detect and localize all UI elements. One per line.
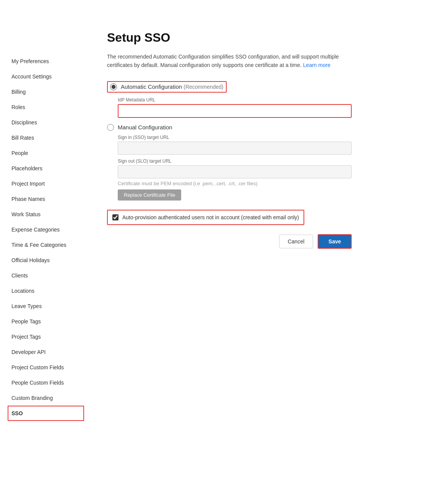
sidebar-item-official-holidays[interactable]: Official Holidays: [8, 253, 84, 268]
sidebar-item-time-fee-categories[interactable]: Time & Fee Categories: [8, 237, 84, 253]
cancel-button[interactable]: Cancel: [279, 235, 313, 248]
sidebar-item-leave-types[interactable]: Leave Types: [8, 298, 84, 314]
description-text: The recommended Automatic Configuration …: [107, 52, 344, 70]
sidebar-item-bill-rates[interactable]: Bill Rates: [8, 130, 84, 145]
auto-provision-label[interactable]: Auto-provision authenticated users not i…: [122, 214, 299, 220]
sidebar-item-project-import[interactable]: Project Import: [8, 176, 84, 191]
sign-in-input[interactable]: [118, 142, 352, 155]
sidebar-item-my-preferences[interactable]: My Preferences: [8, 54, 84, 69]
auto-config-radio[interactable]: [110, 83, 117, 90]
replace-cert-button[interactable]: Replace Certificate File: [118, 189, 181, 201]
auto-config-row: Automatic Configuration (Recommended): [107, 81, 227, 93]
sidebar-item-expense-categories[interactable]: Expense Categories: [8, 222, 84, 237]
page-title: Setup SSO: [107, 31, 412, 45]
sidebar-item-project-tags[interactable]: Project Tags: [8, 329, 84, 344]
idp-metadata-input[interactable]: [118, 104, 352, 118]
sidebar-item-locations[interactable]: Locations: [8, 283, 84, 298]
sidebar-item-disciplines[interactable]: Disciplines: [8, 115, 84, 130]
save-button[interactable]: Save: [318, 234, 352, 249]
idp-metadata-wrapper: [118, 104, 352, 118]
sidebar-item-people-tags[interactable]: People Tags: [8, 314, 84, 329]
sign-in-wrapper: [118, 142, 352, 155]
sidebar-item-people[interactable]: People: [8, 145, 84, 161]
sign-out-input[interactable]: [118, 165, 352, 178]
sign-out-label: Sign out (SLO) target URL: [118, 158, 352, 164]
sidebar-item-people-custom-fields[interactable]: People Custom Fields: [8, 375, 84, 390]
cert-note: Certificate must be PEM encoded (i.e .pe…: [118, 181, 352, 186]
sidebar: My PreferencesAccount SettingsBillingRol…: [0, 15, 92, 489]
auto-provision-row: Auto-provision authenticated users not i…: [107, 210, 304, 225]
sidebar-item-sso[interactable]: SSO: [8, 406, 84, 421]
sign-out-wrapper: [118, 165, 352, 178]
sidebar-item-developer-api[interactable]: Developer API: [8, 344, 84, 360]
idp-metadata-label: IdP Metadata URL: [118, 97, 352, 103]
sign-in-label: Sign in (SSO) target URL: [118, 135, 352, 140]
main-content: Setup SSO The recommended Automatic Conf…: [92, 15, 435, 489]
sidebar-item-billing[interactable]: Billing: [8, 84, 84, 99]
sidebar-item-account-settings[interactable]: Account Settings: [8, 69, 84, 84]
sidebar-item-project-custom-fields[interactable]: Project Custom Fields: [8, 360, 84, 375]
sidebar-item-clients[interactable]: Clients: [8, 268, 84, 283]
manual-config-option[interactable]: Manual Configuration: [107, 124, 352, 131]
sidebar-item-roles[interactable]: Roles: [8, 99, 84, 115]
sso-form: Automatic Configuration (Recommended) Id…: [107, 81, 352, 249]
sidebar-item-work-status[interactable]: Work Status: [8, 207, 84, 222]
sidebar-item-custom-branding[interactable]: Custom Branding: [8, 390, 84, 406]
learn-more-link[interactable]: Learn more: [303, 62, 331, 68]
sidebar-item-placeholders[interactable]: Placeholders: [8, 161, 84, 176]
auto-config-option[interactable]: Automatic Configuration (Recommended): [110, 83, 224, 90]
auto-provision-checkbox[interactable]: [112, 214, 118, 220]
manual-config-radio[interactable]: [107, 124, 114, 131]
sidebar-item-phase-names[interactable]: Phase Names: [8, 191, 84, 207]
action-buttons: Cancel Save: [107, 234, 352, 249]
